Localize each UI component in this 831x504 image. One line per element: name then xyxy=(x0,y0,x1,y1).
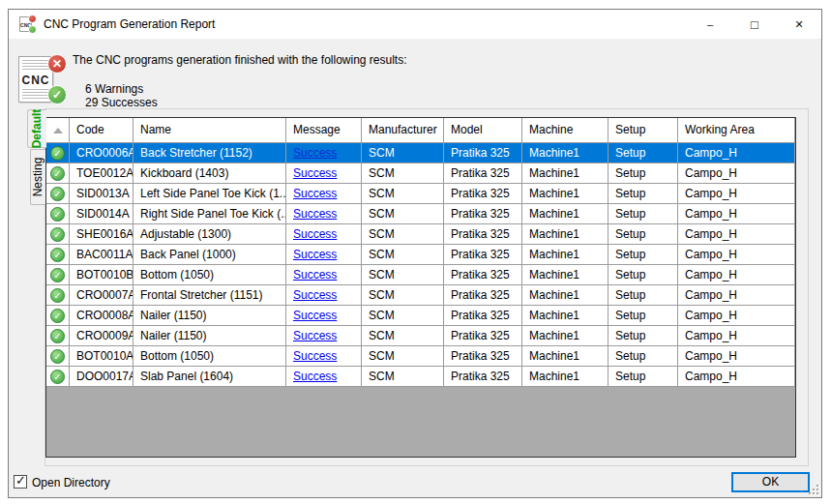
table-row[interactable]: ✓DOO0017ASlab Panel (1604)SuccessSCMPrat… xyxy=(46,367,795,387)
column-header-machine[interactable]: Machine xyxy=(522,118,608,143)
success-link[interactable]: Success xyxy=(293,187,337,200)
titlebar: CNC CNC Program Generation Report – □ ✕ xyxy=(9,10,821,39)
column-header-setup[interactable]: Setup xyxy=(608,118,678,143)
column-header-code[interactable]: Code xyxy=(70,118,134,143)
success-link[interactable]: Success xyxy=(293,309,337,322)
cell-message: Success xyxy=(286,204,362,224)
cell-model: Pratika 325 xyxy=(444,245,522,265)
success-link[interactable]: Success xyxy=(293,329,337,342)
cell-manufacturer: SCM xyxy=(362,163,444,184)
cell-name: Slab Panel (1604) xyxy=(134,367,286,387)
row-status-cell: ✓ xyxy=(46,346,70,367)
cell-machine: Machine1 xyxy=(522,204,608,224)
success-check-icon: ✓ xyxy=(50,309,65,323)
cell-working_area: Campo_H xyxy=(678,163,795,184)
cell-name: Back Stretcher (1152) xyxy=(134,143,286,163)
table-row[interactable]: ✓CRO0009ANailer (1150)SuccessSCMPratika … xyxy=(46,326,795,346)
column-header-status[interactable] xyxy=(46,118,70,143)
cell-setup: Setup xyxy=(608,245,678,265)
cell-manufacturer: SCM xyxy=(362,224,444,245)
document-text-lines xyxy=(22,60,49,70)
row-status-cell: ✓ xyxy=(46,143,70,163)
cell-name: Left Side Panel Toe Kick (1... xyxy=(134,184,286,204)
column-header-manufacturer[interactable]: Manufacturer xyxy=(362,118,444,143)
successes-count: 29 Successes xyxy=(85,96,158,109)
cell-setup: Setup xyxy=(608,143,678,163)
column-header-working-area[interactable]: Working Area xyxy=(678,118,795,143)
success-link[interactable]: Success xyxy=(293,349,337,363)
cell-code: SID0013A xyxy=(70,184,134,204)
success-link[interactable]: Success xyxy=(293,146,337,160)
success-badge-icon xyxy=(28,25,37,34)
success-check-icon: ✓ xyxy=(50,329,65,343)
success-check-icon: ✓ xyxy=(50,166,65,181)
table-row[interactable]: ✓SID0014ARight Side Panel Toe Kick (...S… xyxy=(46,204,795,224)
success-link[interactable]: Success xyxy=(293,227,337,241)
cell-message: Success xyxy=(286,163,362,184)
row-status-cell: ✓ xyxy=(46,204,70,224)
cell-working_area: Campo_H xyxy=(678,346,795,367)
resize-grip-handle[interactable] xyxy=(806,482,818,494)
table-row[interactable]: ✓SHE0016AAdjustable (1300)SuccessSCMPrat… xyxy=(46,224,795,245)
open-directory-checkbox[interactable]: ✓ xyxy=(14,475,27,489)
minimize-button[interactable]: – xyxy=(688,10,732,39)
report-table: CodeNameMessageManufacturerModelMachineS… xyxy=(45,117,796,458)
cell-model: Pratika 325 xyxy=(444,285,522,306)
table-row[interactable]: ✓CRO0008ANailer (1150)SuccessSCMPratika … xyxy=(46,306,795,326)
cell-message: Success xyxy=(286,184,362,204)
column-header-message[interactable]: Message xyxy=(286,118,362,143)
cell-name: Bottom (1050) xyxy=(134,346,286,367)
success-check-icon: ✓ xyxy=(50,370,65,384)
success-link[interactable]: Success xyxy=(293,207,337,221)
success-link[interactable]: Success xyxy=(293,166,337,180)
cell-name: Right Side Panel Toe Kick (... xyxy=(134,204,286,224)
cell-message: Success xyxy=(286,367,362,387)
cell-model: Pratika 325 xyxy=(444,367,522,387)
checkbox-check-icon: ✓ xyxy=(15,473,26,488)
cell-machine: Machine1 xyxy=(522,143,608,163)
table-row[interactable]: ✓BAC0011ABack Panel (1000)SuccessSCMPrat… xyxy=(46,245,795,265)
open-directory-label[interactable]: Open Directory xyxy=(32,476,110,489)
maximize-button[interactable]: □ xyxy=(732,10,777,39)
success-link[interactable]: Success xyxy=(293,268,337,282)
row-status-cell: ✓ xyxy=(46,265,70,285)
success-link[interactable]: Success xyxy=(293,288,337,302)
close-button[interactable]: ✕ xyxy=(777,10,821,39)
success-link[interactable]: Success xyxy=(293,370,337,383)
column-header-model[interactable]: Model xyxy=(444,118,522,143)
table-row[interactable]: ✓BOT0010ABottom (1050)SuccessSCMPratika … xyxy=(46,346,795,367)
success-check-icon: ✓ xyxy=(50,227,65,242)
row-status-cell: ✓ xyxy=(46,163,70,184)
success-check-icon: ✓ xyxy=(50,268,65,282)
tab-nesting[interactable]: Nesting xyxy=(30,149,45,205)
column-header-name[interactable]: Name xyxy=(134,118,286,143)
cell-working_area: Campo_H xyxy=(678,326,795,346)
table-row[interactable]: ✓BOT0010BBottom (1050)SuccessSCMPratika … xyxy=(46,265,795,285)
report-message: The CNC programs generation finished wit… xyxy=(73,53,407,67)
maximize-icon: □ xyxy=(751,18,758,31)
cell-working_area: Campo_H xyxy=(678,265,795,285)
table-row[interactable]: ✓CRO0007AFrontal Stretcher (1151)Success… xyxy=(46,285,795,306)
report-table-body: ✓CRO0006ABack Stretcher (1152)SuccessSCM… xyxy=(46,143,795,387)
success-check-icon: ✓ xyxy=(50,187,65,201)
cell-working_area: Campo_H xyxy=(678,184,795,204)
cell-message: Success xyxy=(286,326,362,346)
tab-default-label: Default xyxy=(31,109,45,149)
minimize-icon: – xyxy=(707,19,713,30)
table-row[interactable]: ✓SID0013ALeft Side Panel Toe Kick (1...S… xyxy=(46,184,795,204)
table-row[interactable]: ✓TOE0012AKickboard (1403)SuccessSCMPrati… xyxy=(46,163,795,184)
cell-machine: Machine1 xyxy=(522,245,608,265)
cell-model: Pratika 325 xyxy=(444,143,522,163)
ok-button[interactable]: OK xyxy=(731,472,810,492)
cell-model: Pratika 325 xyxy=(444,204,522,224)
success-check-icon: ✓ xyxy=(50,146,65,161)
cell-code: TOE0012A xyxy=(70,163,134,184)
cell-name: Back Panel (1000) xyxy=(134,245,286,265)
success-check-icon: ✓ xyxy=(50,248,65,262)
table-row[interactable]: ✓CRO0006ABack Stretcher (1152)SuccessSCM… xyxy=(46,143,795,163)
success-link[interactable]: Success xyxy=(293,248,337,261)
cell-message: Success xyxy=(286,143,362,163)
cell-manufacturer: SCM xyxy=(362,326,444,346)
cnc-document-icon: CNC xyxy=(19,15,37,33)
tab-default[interactable]: Default xyxy=(27,109,46,148)
